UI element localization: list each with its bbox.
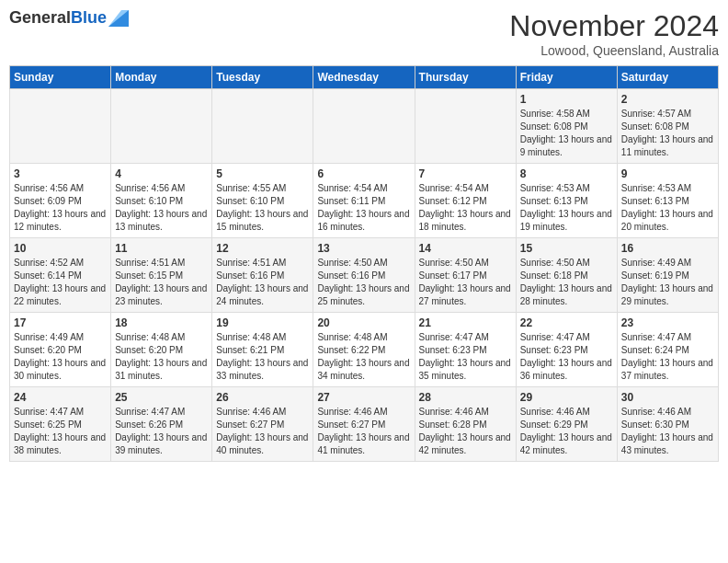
calendar-day-cell: 25Sunrise: 4:47 AM Sunset: 6:26 PM Dayli… (111, 387, 212, 462)
day-number: 1 (520, 93, 613, 106)
day-info: Sunrise: 4:48 AM Sunset: 6:22 PM Dayligh… (317, 331, 410, 383)
day-number: 26 (216, 391, 309, 404)
calendar-day-cell: 18Sunrise: 4:48 AM Sunset: 6:20 PM Dayli… (111, 313, 212, 387)
day-number: 6 (317, 167, 410, 180)
calendar-day-cell: 4Sunrise: 4:56 AM Sunset: 6:10 PM Daylig… (111, 164, 212, 238)
day-info: Sunrise: 4:56 AM Sunset: 6:10 PM Dayligh… (115, 182, 208, 234)
day-info: Sunrise: 4:53 AM Sunset: 6:13 PM Dayligh… (520, 182, 613, 234)
day-info: Sunrise: 4:49 AM Sunset: 6:20 PM Dayligh… (14, 331, 107, 383)
day-info: Sunrise: 4:50 AM Sunset: 6:17 PM Dayligh… (419, 257, 512, 308)
day-number: 19 (216, 316, 309, 329)
calendar-day-cell: 19Sunrise: 4:48 AM Sunset: 6:21 PM Dayli… (212, 313, 313, 387)
day-info: Sunrise: 4:50 AM Sunset: 6:18 PM Dayligh… (520, 257, 613, 308)
day-info: Sunrise: 4:50 AM Sunset: 6:16 PM Dayligh… (317, 257, 410, 308)
calendar-day-cell: 7Sunrise: 4:54 AM Sunset: 6:12 PM Daylig… (415, 164, 516, 238)
day-info: Sunrise: 4:46 AM Sunset: 6:28 PM Dayligh… (419, 406, 512, 457)
weekday-header: Thursday (415, 66, 516, 89)
weekday-header: Tuesday (212, 66, 313, 89)
day-number: 4 (115, 167, 208, 180)
calendar-day-cell (212, 89, 313, 164)
day-number: 12 (216, 242, 309, 255)
day-info: Sunrise: 4:46 AM Sunset: 6:29 PM Dayligh… (520, 406, 613, 457)
calendar-day-cell: 11Sunrise: 4:51 AM Sunset: 6:15 PM Dayli… (111, 238, 212, 313)
day-info: Sunrise: 4:47 AM Sunset: 6:23 PM Dayligh… (520, 331, 613, 383)
calendar-day-cell (111, 89, 212, 164)
weekday-header: Friday (516, 66, 617, 89)
calendar-day-cell: 23Sunrise: 4:47 AM Sunset: 6:24 PM Dayli… (617, 313, 718, 387)
month-title: November 2024 (509, 9, 719, 43)
calendar-day-cell: 8Sunrise: 4:53 AM Sunset: 6:13 PM Daylig… (516, 164, 617, 238)
day-info: Sunrise: 4:53 AM Sunset: 6:13 PM Dayligh… (621, 182, 714, 234)
day-number: 7 (419, 167, 512, 180)
logo: GeneralBlue (9, 9, 129, 28)
calendar-week-row: 3Sunrise: 4:56 AM Sunset: 6:09 PM Daylig… (10, 164, 719, 238)
weekday-header: Monday (111, 66, 212, 89)
day-number: 27 (317, 391, 410, 404)
day-number: 28 (419, 391, 512, 404)
day-number: 16 (621, 242, 714, 255)
day-number: 5 (216, 167, 309, 180)
day-info: Sunrise: 4:56 AM Sunset: 6:09 PM Dayligh… (14, 182, 107, 234)
calendar-day-cell: 6Sunrise: 4:54 AM Sunset: 6:11 PM Daylig… (313, 164, 415, 238)
calendar-header-row: SundayMondayTuesdayWednesdayThursdayFrid… (10, 66, 719, 89)
day-number: 9 (621, 167, 714, 180)
calendar-day-cell: 30Sunrise: 4:46 AM Sunset: 6:30 PM Dayli… (617, 387, 718, 462)
day-number: 14 (419, 242, 512, 255)
day-info: Sunrise: 4:47 AM Sunset: 6:25 PM Dayligh… (14, 406, 107, 457)
calendar-day-cell: 22Sunrise: 4:47 AM Sunset: 6:23 PM Dayli… (516, 313, 617, 387)
day-number: 2 (621, 93, 714, 106)
day-number: 30 (621, 391, 714, 404)
day-number: 13 (317, 242, 410, 255)
day-number: 22 (520, 316, 613, 329)
day-number: 24 (14, 391, 107, 404)
day-info: Sunrise: 4:51 AM Sunset: 6:16 PM Dayligh… (216, 257, 309, 308)
calendar-day-cell: 1Sunrise: 4:58 AM Sunset: 6:08 PM Daylig… (516, 89, 617, 164)
calendar-day-cell: 29Sunrise: 4:46 AM Sunset: 6:29 PM Dayli… (516, 387, 617, 462)
logo-icon (108, 10, 129, 27)
weekday-header: Wednesday (313, 66, 415, 89)
calendar-day-cell: 21Sunrise: 4:47 AM Sunset: 6:23 PM Dayli… (415, 313, 516, 387)
day-info: Sunrise: 4:46 AM Sunset: 6:27 PM Dayligh… (317, 406, 410, 457)
calendar-day-cell: 26Sunrise: 4:46 AM Sunset: 6:27 PM Dayli… (212, 387, 313, 462)
calendar-day-cell: 5Sunrise: 4:55 AM Sunset: 6:10 PM Daylig… (212, 164, 313, 238)
day-number: 25 (115, 391, 208, 404)
logo-text: GeneralBlue (9, 9, 107, 28)
calendar-table: SundayMondayTuesdayWednesdayThursdayFrid… (9, 65, 719, 462)
day-info: Sunrise: 4:54 AM Sunset: 6:11 PM Dayligh… (317, 182, 410, 234)
calendar-day-cell (10, 89, 111, 164)
calendar-week-row: 24Sunrise: 4:47 AM Sunset: 6:25 PM Dayli… (10, 387, 719, 462)
calendar-day-cell: 14Sunrise: 4:50 AM Sunset: 6:17 PM Dayli… (415, 238, 516, 313)
calendar-day-cell: 9Sunrise: 4:53 AM Sunset: 6:13 PM Daylig… (617, 164, 718, 238)
day-number: 15 (520, 242, 613, 255)
day-number: 3 (14, 167, 107, 180)
day-number: 17 (14, 316, 107, 329)
weekday-header: Saturday (617, 66, 718, 89)
day-info: Sunrise: 4:47 AM Sunset: 6:24 PM Dayligh… (621, 331, 714, 383)
page-header: GeneralBlue November 2024 Lowood, Queens… (9, 9, 719, 58)
calendar-day-cell: 24Sunrise: 4:47 AM Sunset: 6:25 PM Dayli… (10, 387, 111, 462)
day-info: Sunrise: 4:48 AM Sunset: 6:21 PM Dayligh… (216, 331, 309, 383)
day-number: 23 (621, 316, 714, 329)
day-info: Sunrise: 4:52 AM Sunset: 6:14 PM Dayligh… (14, 257, 107, 308)
day-info: Sunrise: 4:55 AM Sunset: 6:10 PM Dayligh… (216, 182, 309, 234)
day-info: Sunrise: 4:54 AM Sunset: 6:12 PM Dayligh… (419, 182, 512, 234)
calendar-day-cell: 20Sunrise: 4:48 AM Sunset: 6:22 PM Dayli… (313, 313, 415, 387)
calendar-day-cell: 13Sunrise: 4:50 AM Sunset: 6:16 PM Dayli… (313, 238, 415, 313)
calendar-day-cell: 27Sunrise: 4:46 AM Sunset: 6:27 PM Dayli… (313, 387, 415, 462)
calendar-day-cell: 2Sunrise: 4:57 AM Sunset: 6:08 PM Daylig… (617, 89, 718, 164)
day-number: 20 (317, 316, 410, 329)
day-info: Sunrise: 4:57 AM Sunset: 6:08 PM Dayligh… (621, 108, 714, 159)
day-number: 11 (115, 242, 208, 255)
day-info: Sunrise: 4:48 AM Sunset: 6:20 PM Dayligh… (115, 331, 208, 383)
day-info: Sunrise: 4:58 AM Sunset: 6:08 PM Dayligh… (520, 108, 613, 159)
calendar-week-row: 17Sunrise: 4:49 AM Sunset: 6:20 PM Dayli… (10, 313, 719, 387)
day-number: 18 (115, 316, 208, 329)
calendar-day-cell: 10Sunrise: 4:52 AM Sunset: 6:14 PM Dayli… (10, 238, 111, 313)
day-info: Sunrise: 4:49 AM Sunset: 6:19 PM Dayligh… (621, 257, 714, 308)
calendar-day-cell: 16Sunrise: 4:49 AM Sunset: 6:19 PM Dayli… (617, 238, 718, 313)
location-title: Lowood, Queensland, Australia (509, 43, 719, 58)
day-info: Sunrise: 4:47 AM Sunset: 6:26 PM Dayligh… (115, 406, 208, 457)
day-info: Sunrise: 4:47 AM Sunset: 6:23 PM Dayligh… (419, 331, 512, 383)
weekday-header: Sunday (10, 66, 111, 89)
day-info: Sunrise: 4:51 AM Sunset: 6:15 PM Dayligh… (115, 257, 208, 308)
